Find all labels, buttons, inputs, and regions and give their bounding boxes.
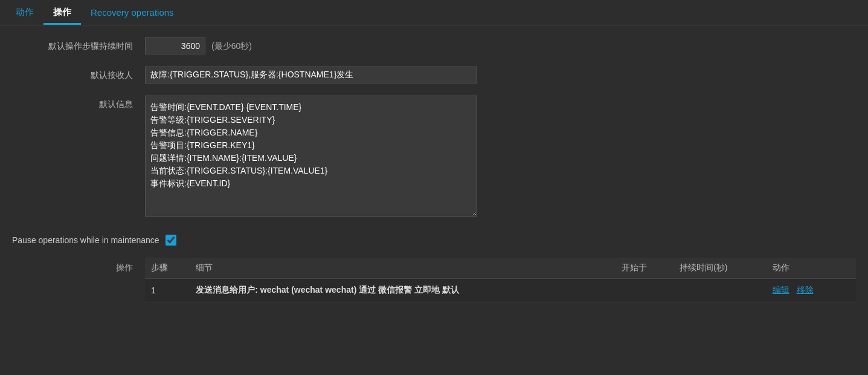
operations-table-head: 步骤 细节 开始于 持续时间(秒) 动作 [145,258,856,279]
default-recipient-row: 默认接收人 [0,67,868,83]
default-message-textarea[interactable] [145,96,477,217]
default-step-row: 默认操作步骤持续时间 (最少60秒) [0,38,868,54]
row-duration [674,279,767,302]
col-duration: 持续时间(秒) [674,258,767,279]
operations-table: 步骤 细节 开始于 持续时间(秒) 动作 1 发送消息给用户: wechat (… [145,258,856,302]
default-step-input[interactable] [145,38,205,54]
default-step-controls: (最少60秒) [145,38,856,54]
tab-actions[interactable]: 动作 [6,1,43,24]
maintenance-checkbox[interactable] [166,235,176,246]
row-detail: 发送消息给用户: wechat (wechat wechat) 通过 微信报警 … [190,279,616,302]
tab-bar: 动作 操作 Recovery operations [0,0,868,25]
table-row: 1 发送消息给用户: wechat (wechat wechat) 通过 微信报… [145,279,856,302]
edit-button[interactable]: 编辑 [773,285,789,296]
tab-operations[interactable]: 操作 [43,1,81,24]
row-start-at [616,279,674,302]
default-recipient-label: 默认接收人 [12,67,145,81]
remove-button[interactable]: 移除 [797,285,814,296]
maintenance-checkbox-row: Pause operations while in maintenance [0,229,868,252]
operations-label: 操作 [12,258,145,273]
default-message-label: 默认信息 [12,96,145,110]
col-step: 步骤 [145,258,190,279]
col-action: 动作 [767,258,856,279]
default-message-controls [145,96,856,217]
default-recipient-input[interactable] [145,67,477,83]
operations-row: 操作 步骤 细节 开始于 持续时间(秒) 动作 1 发送消息给用户: wecha… [0,258,868,302]
default-message-row: 默认信息 [0,96,868,217]
main-content: 默认操作步骤持续时间 (最少60秒) 默认接收人 默认信息 Pause oper… [0,25,868,315]
tab-recovery[interactable]: Recovery operations [81,1,184,24]
maintenance-label: Pause operations while in maintenance [12,235,159,245]
operations-table-body: 1 发送消息给用户: wechat (wechat wechat) 通过 微信报… [145,279,856,302]
default-recipient-controls [145,67,856,83]
row-step: 1 [145,279,190,302]
default-step-label: 默认操作步骤持续时间 [12,38,145,52]
col-start: 开始于 [616,258,674,279]
col-detail: 细节 [190,258,616,279]
row-actions: 编辑 移除 [767,279,856,302]
default-step-hint: (最少60秒) [211,38,252,52]
operations-table-area: 步骤 细节 开始于 持续时间(秒) 动作 1 发送消息给用户: wechat (… [145,258,856,302]
